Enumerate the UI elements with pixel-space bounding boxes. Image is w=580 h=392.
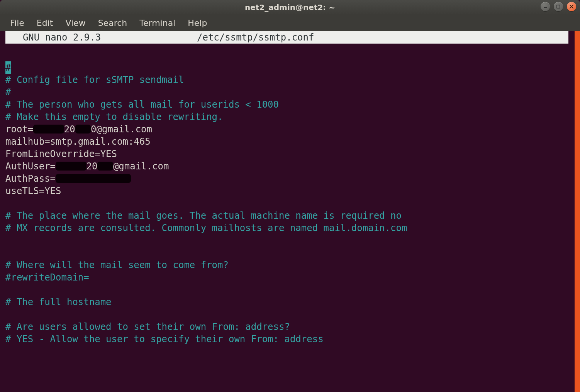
editor-line: # YES - Allow the user to specify their … [5, 334, 324, 345]
editor-line: # MX records are consulted. Commonly mai… [5, 223, 407, 233]
root-suffix: 0@gmail.com [91, 124, 152, 135]
editor-line: # Where will the mail seem to come from? [5, 260, 229, 270]
editor-line: FromLineOverride=YES [5, 149, 117, 159]
editor-line: # Are users allowed to set their own Fro… [5, 321, 290, 332]
cursor: # [5, 61, 11, 74]
nano-app-label: GNU nano 2.9.3 [5, 31, 197, 44]
terminal-area[interactable]: GNU nano 2.9.3 /etc/ssmtp/ssmtp.conf # #… [0, 31, 580, 392]
window-title: net2_admin@net2: ~ [0, 3, 580, 12]
svg-rect-0 [544, 7, 547, 8]
editor-line: AuthPass= [5, 173, 131, 184]
editor-line: root=200@gmail.com [5, 124, 152, 135]
editor-content[interactable]: # # Config file for sSMTP sendmail # # T… [0, 44, 580, 358]
editor-line: AuthUser=20@gmail.com [5, 161, 169, 172]
authuser-mid: 20 [86, 161, 98, 172]
editor-line: # [5, 62, 11, 73]
minimize-button[interactable] [541, 2, 550, 11]
editor-line: # The person who gets all mail for useri… [5, 99, 279, 110]
editor-line: # Make this empty to disable rewriting. [5, 112, 223, 122]
editor-line: # [5, 87, 11, 98]
redacted [33, 125, 64, 133]
menu-help[interactable]: Help [182, 17, 212, 29]
editor-line: # The full hostname [5, 297, 112, 308]
svg-rect-1 [557, 5, 560, 8]
maximize-icon [556, 4, 561, 9]
editor-line: #rewriteDomain= [5, 272, 89, 283]
nano-header: GNU nano 2.9.3 /etc/ssmtp/ssmtp.conf [5, 31, 568, 44]
redacted [56, 162, 86, 171]
root-mid: 20 [64, 124, 75, 135]
root-prefix: root= [5, 124, 33, 135]
titlebar: net2_admin@net2: ~ [0, 0, 580, 15]
menu-edit[interactable]: Edit [31, 17, 59, 29]
window-controls [541, 2, 576, 11]
menu-search[interactable]: Search [93, 17, 133, 29]
editor-line: mailhub=smtp.gmail.com:465 [5, 136, 151, 147]
editor-line: # The place where the mail goes. The act… [5, 210, 402, 221]
menu-file[interactable]: File [5, 17, 30, 29]
redacted [97, 162, 113, 171]
close-icon [569, 4, 574, 9]
maximize-button[interactable] [554, 2, 563, 11]
authpass-prefix: AuthPass= [5, 173, 56, 184]
editor-line: # Config file for sSMTP sendmail [5, 74, 184, 85]
scrollbar[interactable] [575, 31, 580, 392]
menubar: File Edit View Search Terminal Help [0, 15, 580, 31]
redacted [56, 174, 131, 183]
menu-view[interactable]: View [60, 17, 91, 29]
authuser-prefix: AuthUser= [5, 161, 56, 172]
close-button[interactable] [567, 2, 576, 11]
minimize-icon [543, 4, 548, 9]
redacted [75, 125, 91, 133]
authuser-suffix: @gmail.com [113, 161, 169, 172]
nano-file-path: /etc/ssmtp/ssmtp.conf [197, 31, 568, 44]
menu-terminal[interactable]: Terminal [134, 17, 181, 29]
editor-line: useTLS=YES [5, 186, 61, 196]
